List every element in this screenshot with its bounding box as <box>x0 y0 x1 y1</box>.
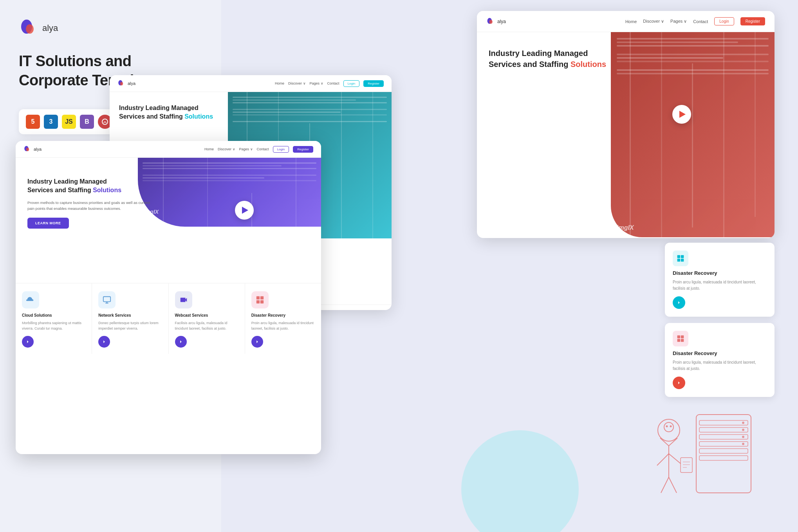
register-button-purple[interactable]: Register <box>293 146 313 153</box>
mini-service-teal: Disaster Recovery Proin arcu ligula, mal… <box>665 243 775 317</box>
network-service-name: Network Services <box>98 313 162 317</box>
card-teal-text: Industry Leading Managed Services and St… <box>119 104 237 121</box>
svg-point-40 <box>670 426 672 427</box>
purple-nav-home[interactable]: Home <box>204 147 214 151</box>
login-button-red[interactable]: Login <box>714 17 734 25</box>
cloud-arrow-btn[interactable] <box>22 336 34 348</box>
register-button-teal[interactable]: Register <box>363 80 384 87</box>
svg-rect-21 <box>681 259 684 262</box>
purple-nav-pages[interactable]: Pages ∨ <box>239 147 253 151</box>
login-button-purple[interactable]: Login <box>273 146 289 153</box>
svg-point-34 <box>742 429 744 431</box>
bootstrap-badge: B <box>80 115 94 129</box>
mini-teal-icon <box>673 251 688 266</box>
svg-rect-27 <box>699 420 748 425</box>
svg-rect-22 <box>677 335 681 339</box>
service-card-webcast: Webcast Services Facilisis arcu ligula, … <box>169 283 245 354</box>
card-purple-text: Industry Leading Managed Services and St… <box>27 177 156 229</box>
card-purple-brand: alya <box>23 146 42 153</box>
brand-logo: alya <box>19 19 202 38</box>
recovery-icon <box>251 291 269 308</box>
it-person-illustration <box>634 399 767 532</box>
html5-badge: 5 <box>26 115 40 129</box>
webcast-arrow-btn[interactable] <box>175 336 187 348</box>
card-red-brand: alya <box>486 18 506 25</box>
webcast-service-name: Webcast Services <box>175 313 238 317</box>
svg-point-33 <box>742 422 744 424</box>
mini-service-pink: Disaster Recovery Proin arcu ligula, mal… <box>665 323 775 397</box>
right-service-panel: Disaster Recovery Proin arcu ligula, mal… <box>665 243 775 403</box>
svg-rect-20 <box>677 259 681 262</box>
network-icon <box>98 291 116 308</box>
card-red-nav: alya Home Discover ∨ Pages ∨ Contact Log… <box>477 11 775 32</box>
mini-pink-desc: Proin arcu ligula, malesuada id tincidun… <box>673 359 767 372</box>
play-icon-purple <box>242 207 248 214</box>
svg-point-12 <box>26 148 29 151</box>
mini-pink-name: Disaster Recovery <box>673 350 767 356</box>
register-button-red[interactable]: Register <box>740 17 765 25</box>
svg-rect-13 <box>103 297 110 302</box>
webcast-service-desc: Facilisis arcu ligula, malesuada id tinc… <box>175 321 238 331</box>
svg-rect-26 <box>696 415 751 493</box>
mini-teal-arrow[interactable] <box>673 296 685 309</box>
svg-rect-17 <box>260 300 264 303</box>
illustration-panel <box>634 399 767 532</box>
js-badge: JS <box>62 115 76 129</box>
svg-point-38 <box>664 422 673 432</box>
card-purple-heading: Industry Leading Managed Services and St… <box>27 177 156 195</box>
svg-rect-31 <box>699 449 748 453</box>
card-teal-brand-name: alya <box>128 81 135 86</box>
network-service-desc: Donec pellentesque turpis utium lorem im… <box>98 321 162 331</box>
purple-nav-discover[interactable]: Discover ∨ <box>218 147 235 151</box>
nav-pages[interactable]: Pages ∨ <box>670 19 687 24</box>
teal-nav-home[interactable]: Home <box>275 81 284 85</box>
play-button-purple[interactable] <box>235 201 254 220</box>
recovery-service-name: Disaster Recovery <box>251 313 315 317</box>
card-purple: alya Home Discover ∨ Pages ∨ Contact Log… <box>16 141 321 454</box>
recovery-arrow-btn[interactable] <box>251 336 263 348</box>
play-button-red[interactable] <box>672 105 691 124</box>
svg-line-44 <box>661 477 669 493</box>
teal-nav-pages[interactable]: Pages ∨ <box>310 81 323 85</box>
login-button-teal[interactable]: Login <box>343 80 360 87</box>
svg-rect-30 <box>699 442 748 446</box>
nav-home[interactable]: Home <box>625 19 637 24</box>
services-grid: Cloud Solutions Morbilling pharetra sapi… <box>16 283 321 354</box>
svg-point-4 <box>489 20 493 23</box>
teal-nav-contact[interactable]: Contact <box>327 81 339 85</box>
recovery-service-desc: Proin arcu ligula, malesuada id tincidun… <box>251 321 315 331</box>
card-teal-nav-links: Home Discover ∨ Pages ∨ Contact Login Re… <box>275 80 384 87</box>
svg-rect-19 <box>681 255 684 258</box>
imgix-red: imgIX <box>617 224 634 231</box>
network-arrow-btn[interactable] <box>98 336 110 348</box>
purple-nav-contact[interactable]: Contact <box>257 147 269 151</box>
card-teal-brand: alya <box>117 80 135 87</box>
svg-rect-15 <box>260 296 264 299</box>
svg-line-43 <box>669 454 681 463</box>
svg-rect-23 <box>681 335 684 339</box>
svg-point-39 <box>666 426 668 427</box>
card-red-logo-icon <box>486 18 494 25</box>
svg-rect-24 <box>677 339 681 342</box>
card-red-heading: Industry Leading Managed Services and St… <box>489 48 623 70</box>
card-red-bg: imgIX <box>611 32 775 237</box>
svg-line-45 <box>669 477 677 493</box>
cloud-icon <box>22 291 39 308</box>
svg-rect-18 <box>677 255 681 258</box>
nav-discover[interactable]: Discover ∨ <box>643 19 664 24</box>
teal-nav-discover[interactable]: Discover ∨ <box>288 81 306 85</box>
svg-point-6 <box>120 82 123 85</box>
learn-more-button[interactable]: LEARN MORE <box>27 218 69 229</box>
card-red: alya Home Discover ∨ Pages ∨ Contact Log… <box>477 11 775 238</box>
card-purple-nav-links: Home Discover ∨ Pages ∨ Contact Login Re… <box>204 146 313 153</box>
nav-contact[interactable]: Contact <box>693 19 708 24</box>
card-teal-nav: alya Home Discover ∨ Pages ∨ Contact Log… <box>110 75 392 92</box>
card-red-hero: imgIX Industry Leading Managed Services … <box>477 32 775 237</box>
service-card-recovery: Disaster Recovery Proin arcu ligula, mal… <box>245 283 321 354</box>
svg-point-36 <box>742 443 744 445</box>
mini-pink-arrow[interactable] <box>673 377 685 389</box>
mini-pink-icon <box>673 331 688 346</box>
svg-rect-29 <box>699 435 748 439</box>
mini-teal-desc: Proin arcu ligula, malesuada id tincidun… <box>673 279 767 292</box>
svg-rect-32 <box>699 456 748 460</box>
